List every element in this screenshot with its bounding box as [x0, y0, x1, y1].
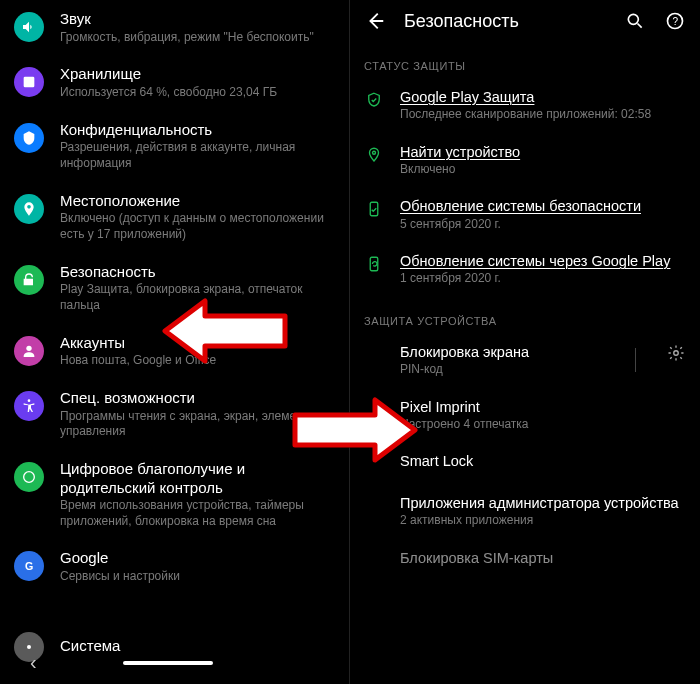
svg-point-12: [674, 351, 679, 356]
item-subtitle: Настроено 4 отпечатка: [400, 417, 686, 433]
volume-icon: [14, 12, 44, 42]
security-item-device-admin[interactable]: Приложения администратора устройства 2 а…: [350, 484, 700, 539]
search-icon[interactable]: [624, 10, 646, 32]
svg-point-3: [24, 471, 35, 482]
item-title: Местоположение: [60, 192, 335, 211]
item-subtitle: 1 сентября 2020 г.: [400, 271, 686, 287]
item-title: Блокировка экрана: [400, 343, 613, 361]
item-subtitle: PIN-код: [400, 362, 613, 378]
pin-icon: [364, 145, 384, 165]
item-subtitle: Разрешения, действия в аккаунте, личная …: [60, 140, 335, 171]
security-item-play-system-update[interactable]: Обновление системы через Google Play 1 с…: [350, 242, 700, 297]
item-subtitle: Включено: [400, 162, 686, 178]
svg-rect-0: [24, 77, 35, 88]
section-header-status: СТАТУС ЗАЩИТЫ: [350, 42, 700, 78]
svg-point-1: [26, 345, 31, 350]
item-title: Обновление системы через Google Play: [400, 252, 686, 270]
android-navbar: ‹: [0, 647, 350, 678]
item-title: Безопасность: [60, 263, 335, 282]
accessibility-icon: [14, 391, 44, 421]
item-subtitle: Время использования устройства, таймеры …: [60, 498, 335, 529]
storage-icon: [14, 67, 44, 97]
privacy-icon: [14, 123, 44, 153]
item-subtitle: 2 активных приложения: [400, 513, 686, 529]
annotation-arrow-left: [160, 296, 290, 366]
item-subtitle: Используется 64 %, свободно 23,04 ГБ: [60, 85, 335, 101]
svg-text:G: G: [25, 560, 33, 572]
svg-point-6: [628, 14, 638, 24]
security-detail-panel: Безопасность ? СТАТУС ЗАЩИТЫ Google Play…: [350, 0, 700, 684]
item-title: Звук: [60, 10, 335, 29]
gear-icon[interactable]: [666, 343, 686, 363]
accounts-icon: [14, 336, 44, 366]
item-title: Google Play Защита: [400, 88, 686, 106]
blank-icon: [364, 345, 384, 365]
settings-item-sound[interactable]: Звук Громкость, вибрация, режим "Не бесп…: [0, 0, 349, 55]
item-subtitle: Последнее сканирование приложений: 02:58: [400, 107, 686, 123]
location-icon: [14, 194, 44, 224]
item-subtitle: 5 сентября 2020 г.: [400, 217, 686, 233]
item-subtitle: Включено (доступ к данным о местоположен…: [60, 211, 335, 242]
item-title: Обновление системы безопасности: [400, 197, 686, 215]
google-icon: G: [14, 551, 44, 581]
item-title: Цифровое благополучие и родительский кон…: [60, 460, 335, 498]
item-title: Найти устройство: [400, 143, 686, 161]
item-title: Хранилище: [60, 65, 335, 84]
nav-back-icon[interactable]: ‹: [30, 651, 37, 674]
security-item-screen-lock[interactable]: Блокировка экрана PIN-код: [350, 333, 700, 388]
security-item-sim-lock[interactable]: Блокировка SIM-карты: [350, 539, 700, 581]
item-subtitle: Сервисы и настройки: [60, 569, 335, 585]
phone-refresh-icon: [364, 254, 384, 274]
item-title: Smart Lock: [400, 452, 686, 470]
section-header-device: ЗАЩИТА УСТРОЙСТВА: [350, 297, 700, 333]
item-title: Pixel Imprint: [400, 398, 686, 416]
wellbeing-icon: [14, 462, 44, 492]
settings-item-google[interactable]: G Google Сервисы и настройки: [0, 539, 349, 594]
svg-point-2: [28, 399, 31, 402]
blank-icon: [364, 496, 384, 516]
settings-item-privacy[interactable]: Конфиденциальность Разрешения, действия …: [0, 111, 349, 182]
detail-header: Безопасность ?: [350, 0, 700, 42]
item-title: Конфиденциальность: [60, 121, 335, 140]
security-item-find-device[interactable]: Найти устройство Включено: [350, 133, 700, 188]
help-icon[interactable]: ?: [664, 10, 686, 32]
svg-rect-10: [370, 203, 378, 217]
annotation-arrow-right: [290, 395, 420, 465]
shield-icon: [364, 90, 384, 110]
item-title: Google: [60, 549, 335, 568]
lock-icon: [14, 265, 44, 295]
blank-icon: [364, 551, 384, 571]
nav-home-pill[interactable]: [123, 661, 213, 665]
divider: [635, 348, 636, 372]
settings-item-storage[interactable]: Хранилище Используется 64 %, свободно 23…: [0, 55, 349, 110]
back-arrow-icon[interactable]: [364, 10, 386, 32]
svg-text:?: ?: [673, 16, 679, 27]
security-item-play-protect[interactable]: Google Play Защита Последнее сканировани…: [350, 78, 700, 133]
item-subtitle: Громкость, вибрация, режим "Не беспокоит…: [60, 30, 335, 46]
phone-check-icon: [364, 199, 384, 219]
item-title: Приложения администратора устройства: [400, 494, 686, 512]
item-title: Блокировка SIM-карты: [400, 549, 686, 567]
page-title: Безопасность: [404, 11, 606, 32]
svg-point-9: [373, 151, 376, 154]
settings-item-location[interactable]: Местоположение Включено (доступ к данным…: [0, 182, 349, 253]
security-item-security-update[interactable]: Обновление системы безопасности 5 сентяб…: [350, 187, 700, 242]
